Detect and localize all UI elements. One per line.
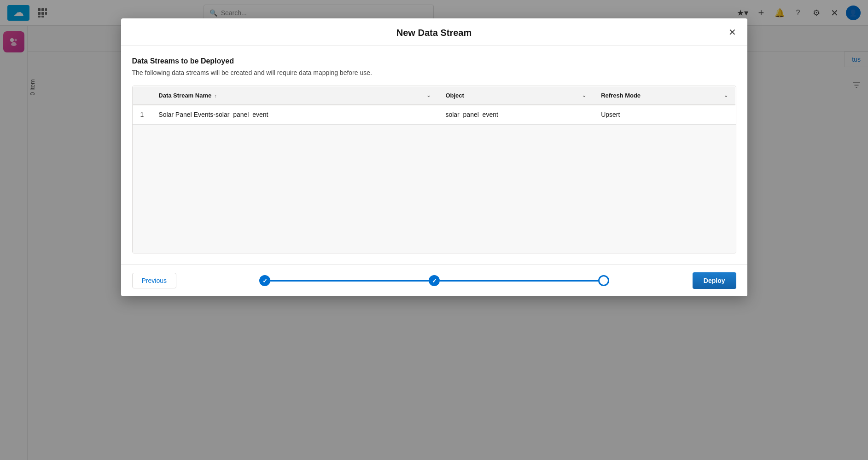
table-body: 1 Solar Panel Events-solar_panel_event s… (133, 105, 735, 124)
modal-header: New Data Stream ✕ (121, 18, 747, 46)
step-2 (429, 275, 440, 286)
modal-footer: Previous Deploy (121, 264, 747, 296)
col-refresh: Refresh Mode ⌄ (594, 86, 735, 105)
step-3 (598, 275, 609, 286)
modal-title: New Data Stream (396, 28, 472, 38)
progress-track (259, 275, 609, 286)
col-refresh-chevron[interactable]: ⌄ (724, 92, 728, 98)
deploy-button[interactable]: Deploy (693, 272, 736, 289)
previous-button[interactable]: Previous (132, 273, 176, 288)
modal-overlay: New Data Stream ✕ Data Streams to be Dep… (0, 0, 868, 460)
table-empty-area (133, 124, 736, 253)
col-object: Object ⌄ (438, 86, 594, 105)
row-refresh-mode: Upsert (594, 105, 735, 124)
step-line-2 (440, 280, 598, 282)
table-row: 1 Solar Panel Events-solar_panel_event s… (133, 105, 735, 124)
step-line-1 (270, 280, 429, 282)
row-num: 1 (133, 105, 151, 124)
section-title: Data Streams to be Deployed (132, 57, 736, 65)
col-name-chevron[interactable]: ⌄ (426, 92, 431, 98)
progress-indicator (176, 275, 693, 286)
col-num (133, 86, 151, 105)
col-name-label: Data Stream Name (158, 92, 211, 99)
sort-icon[interactable]: ↑ (214, 93, 217, 98)
row-name: Solar Panel Events-solar_panel_event (151, 105, 438, 124)
modal-body: Data Streams to be Deployed The followin… (121, 46, 747, 264)
section-subtitle: The following data streams will be creat… (132, 69, 736, 76)
modal-dialog: New Data Stream ✕ Data Streams to be Dep… (121, 18, 747, 296)
step-1 (259, 275, 270, 286)
row-object: solar_panel_event (438, 105, 594, 124)
col-object-chevron[interactable]: ⌄ (582, 92, 586, 98)
col-name: Data Stream Name ↑ ⌄ (151, 86, 438, 105)
col-refresh-label: Refresh Mode (601, 92, 641, 99)
table-wrapper: Data Stream Name ↑ ⌄ Object ⌄ (132, 86, 736, 253)
data-streams-table: Data Stream Name ↑ ⌄ Object ⌄ (133, 86, 736, 124)
modal-close-button[interactable]: ✕ (725, 25, 740, 40)
table-header: Data Stream Name ↑ ⌄ Object ⌄ (133, 86, 735, 105)
col-object-label: Object (445, 92, 464, 99)
